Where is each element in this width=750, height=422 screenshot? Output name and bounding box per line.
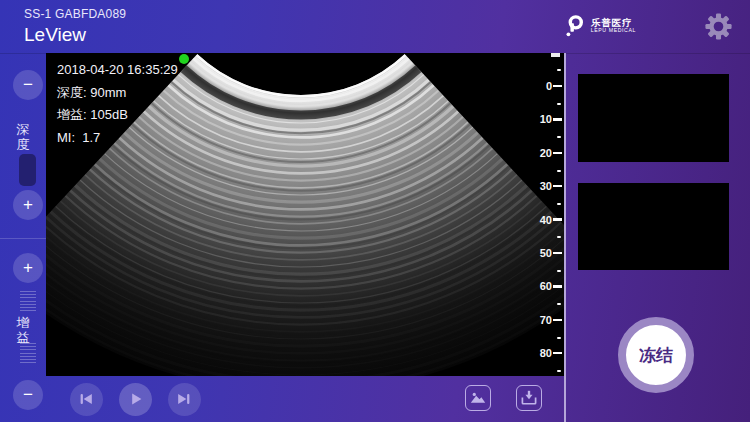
play-button[interactable] (119, 383, 152, 416)
thumbnail-slot-1[interactable] (578, 74, 729, 162)
gallery-icon (467, 387, 489, 409)
ruler-major-tick (553, 118, 562, 120)
gallery-button[interactable] (465, 385, 491, 411)
settings-button[interactable] (705, 13, 732, 40)
ruler-label: 60 (540, 280, 552, 292)
ruler-major-tick (553, 252, 562, 254)
minus-icon: − (23, 75, 33, 95)
depth-label: 深度 (16, 122, 30, 152)
ruler-minor-tick (557, 236, 561, 238)
mi-value-text: MI: 1.7 (57, 127, 178, 150)
ruler-minor-tick (557, 203, 561, 205)
skip-start-icon (76, 389, 96, 409)
probe-orientation-marker (179, 54, 189, 64)
ruler-major-tick (553, 85, 562, 87)
play-icon (125, 389, 145, 409)
image-info-overlay: 2018-04-20 16:35:29 深度: 90mm 增益: 105dB M… (57, 59, 178, 149)
depth-plus-button[interactable]: + (13, 190, 43, 220)
right-panel: 冻结 (566, 53, 750, 422)
gear-icon (705, 13, 732, 40)
left-control-panel: − 深度 + + 增益 − (0, 53, 46, 422)
leview-app: SS-1 GABFDA089 LeView 乐普医疗 LEPU MEDICAL (0, 0, 750, 422)
ruler-label: 70 (540, 314, 552, 326)
gain-plus-button[interactable]: + (13, 253, 43, 283)
top-bar: SS-1 GABFDA089 LeView 乐普医疗 LEPU MEDICAL (0, 0, 750, 54)
ruler-label: 50 (540, 247, 552, 259)
gain-minus-button[interactable]: − (13, 380, 43, 410)
ruler-minor-tick (557, 136, 561, 138)
brand-name-en: LEPU MEDICAL (591, 28, 636, 33)
depth-value-text: 深度: 90mm (57, 82, 178, 105)
brand-logo: 乐普医疗 LEPU MEDICAL (564, 12, 636, 39)
sidebar-divider (0, 238, 46, 239)
ruler-label: 10 (540, 113, 552, 125)
freeze-button-label: 冻结 (639, 344, 673, 367)
freeze-button[interactable]: 冻结 (618, 317, 694, 393)
save-icon (518, 387, 540, 409)
skip-end-icon (174, 389, 194, 409)
gain-value-text: 增益: 105dB (57, 104, 178, 127)
ruler-minor-tick (557, 370, 561, 372)
save-button[interactable] (516, 385, 542, 411)
gain-label: 增益 (16, 315, 30, 345)
timestamp-text: 2018-04-20 16:35:29 (57, 59, 178, 82)
page-title: LeView (24, 24, 86, 46)
plus-icon: + (23, 195, 33, 215)
depth-minus-button[interactable]: − (13, 70, 43, 100)
ruler-label: 40 (540, 214, 552, 226)
ruler-minor-tick (557, 170, 561, 172)
ruler-major-tick (553, 185, 562, 187)
brand-text: 乐普医疗 LEPU MEDICAL (591, 18, 636, 33)
ruler-minor-tick (557, 337, 561, 339)
thumbnail-slot-2[interactable] (578, 183, 729, 270)
ruler-minor-tick (557, 270, 561, 272)
ruler-major-tick (553, 352, 562, 354)
lepu-logo-icon (564, 12, 586, 39)
device-id: SS-1 GABFDA089 (24, 7, 126, 21)
ruler-major-tick (553, 319, 562, 321)
gain-ticks-lower (20, 343, 36, 365)
ruler-minor-tick (557, 69, 561, 71)
playback-bar (46, 376, 564, 422)
skip-end-button[interactable] (168, 383, 201, 416)
ruler-label: 20 (540, 147, 552, 159)
plus-icon: + (23, 258, 33, 278)
ruler-label: 80 (540, 347, 552, 359)
gain-ticks-upper (20, 291, 36, 313)
ruler-major-tick (553, 285, 562, 287)
ruler-major-tick (553, 218, 562, 220)
ruler-major-tick (553, 152, 562, 154)
skip-start-button[interactable] (70, 383, 103, 416)
minus-icon: − (23, 385, 33, 405)
ruler-minor-tick (557, 103, 561, 105)
depth-ruler: 01020304050607080 (504, 53, 564, 376)
ruler-label: 0 (546, 80, 552, 92)
ruler-label: 30 (540, 180, 552, 192)
ruler-minor-tick (557, 303, 561, 305)
ultrasound-image-canvas[interactable]: 2018-04-20 16:35:29 深度: 90mm 增益: 105dB M… (46, 53, 564, 376)
depth-slider-indicator[interactable] (19, 154, 36, 186)
